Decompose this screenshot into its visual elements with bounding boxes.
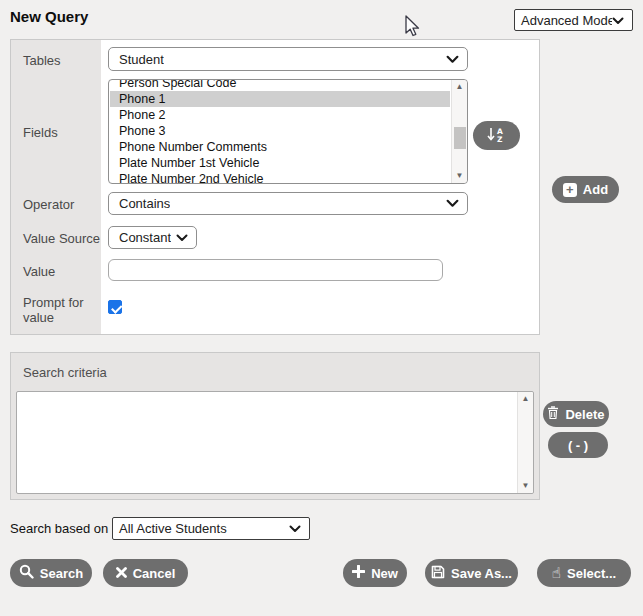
fields-option[interactable]: Plate Number 2nd Vehicle [110,171,450,183]
sort-fields-button[interactable]: A Z [473,121,520,150]
fields-option[interactable]: Phone 2 [110,107,450,123]
fields-option[interactable]: Phone Number Comments [110,139,450,155]
sort-az-icon: A Z [486,126,508,146]
page-title: New Query [10,8,88,25]
delete-criteria-button[interactable]: Delete [543,401,609,427]
value-label: Value [23,264,55,279]
chevron-down-icon [446,52,459,67]
search-criteria-content [21,395,513,490]
search-based-on-select[interactable]: All Active Students [112,517,310,540]
mouse-cursor [404,15,421,42]
search-icon [19,564,34,582]
scrollbar-thumb[interactable] [454,127,466,149]
fields-scrollbar[interactable]: ▲ ▼ [451,80,467,183]
add-criteria-button[interactable]: + Add [552,176,619,203]
tables-select-value: Student [109,52,164,67]
save-icon [431,565,445,582]
value-source-label: Value Source [23,231,100,246]
chevron-down-icon [612,13,624,28]
new-query-page: { "window": { "title": "New Query" }, "h… [0,0,643,616]
search-criteria-header: Search criteria [23,365,107,380]
value-source-select[interactable]: Constant [108,226,197,249]
add-button-label: Add [583,182,608,197]
prompt-for-value-label: Prompt for value [23,295,91,325]
close-icon [116,566,127,581]
search-based-on-value: All Active Students [113,521,227,536]
chevron-down-icon [289,521,301,536]
value-input[interactable] [108,259,443,281]
trash-icon [547,406,559,422]
operator-select-value: Contains [109,196,170,211]
new-button-label: New [371,566,398,581]
operator-label: Operator [23,197,74,212]
criteria-scrollbar[interactable]: ▲ ▼ [517,392,533,493]
scroll-up-icon[interactable]: ▲ [518,392,533,406]
scroll-down-icon[interactable]: ▼ [518,479,533,493]
exclude-criteria-button[interactable]: ( - ) [548,432,608,458]
save-as-button-label: Save As... [451,566,512,581]
advanced-mode-select[interactable]: Advanced Mode [514,9,633,31]
operator-select[interactable]: Contains [108,192,468,215]
select-button-label: Select... [567,566,616,581]
fields-label: Fields [23,125,58,140]
fields-option[interactable]: Phone 1 [110,91,450,107]
search-criteria-listbox[interactable]: ▲ ▼ [16,391,534,494]
chevron-down-icon [446,196,459,211]
fields-options: Person Special CodePhone 1Phone 2Phone 3… [110,80,450,183]
save-as-button[interactable]: Save As... [425,559,518,587]
search-criteria-panel: Search criteria ▲ ▼ [10,352,540,500]
prompt-for-value-checkbox[interactable] [108,300,122,314]
select-button[interactable]: ☝ Select... [537,559,631,587]
fields-listbox[interactable]: Person Special CodePhone 1Phone 2Phone 3… [108,79,468,184]
fields-option[interactable]: Plate Number 1st Vehicle [110,155,450,171]
form-label-column [11,40,101,334]
tables-label: Tables [23,53,61,68]
plus-icon [352,565,365,581]
fields-options-viewport: Person Special CodePhone 1Phone 2Phone 3… [110,80,450,183]
search-based-on-label: Search based on [10,521,108,536]
fields-option[interactable]: Phone 3 [110,123,450,139]
chevron-down-icon [176,230,188,245]
pointing-hand-icon: ☝ [552,566,561,581]
svg-text:Z: Z [497,135,503,143]
minus-button-label: ( - ) [568,438,588,453]
fields-option[interactable]: Person Special Code [110,80,450,91]
search-button-label: Search [40,566,83,581]
value-source-select-value: Constant [109,230,171,245]
scroll-down-icon[interactable]: ▼ [452,169,467,183]
cancel-button[interactable]: Cancel [103,559,188,587]
plus-icon: + [563,183,577,197]
tables-select[interactable]: Student [108,47,468,71]
search-button[interactable]: Search [10,559,92,587]
delete-button-label: Delete [565,407,604,422]
advanced-mode-value: Advanced Mode [515,13,612,28]
cancel-button-label: Cancel [133,566,176,581]
new-query-button[interactable]: New [343,559,407,587]
scroll-up-icon[interactable]: ▲ [452,80,467,94]
